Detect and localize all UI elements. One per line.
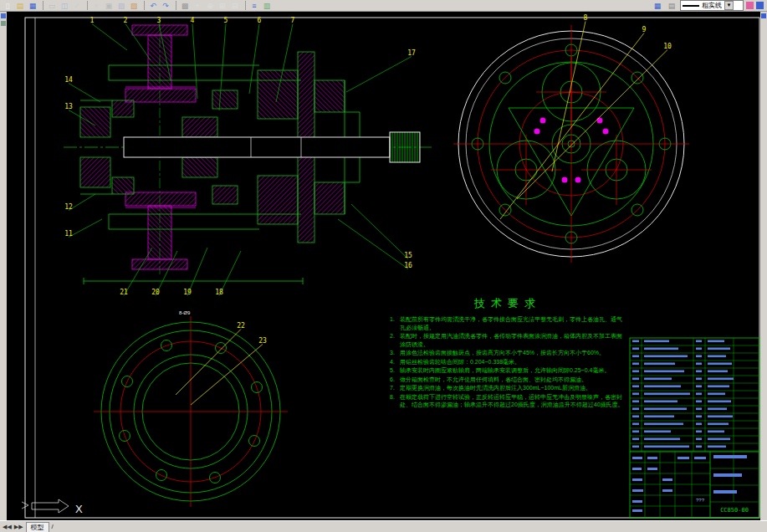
zoom-realtime-button[interactable]: ⊕ (204, 1, 216, 11)
chevron-down-icon[interactable]: ▼ (724, 1, 734, 10)
status-bar: ◀◀ ▶▶ 模型 / (0, 520, 767, 532)
undo-button[interactable]: ↶ (147, 1, 159, 11)
zoom-window-button[interactable]: ⊞ (217, 1, 228, 11)
part-number-label: 17 (407, 49, 416, 57)
drawing-number-text: CC850-00 (720, 507, 749, 514)
tab-separator: / (52, 523, 54, 530)
zoom-previous-button[interactable]: ⊟ (229, 1, 241, 11)
drawing-canvas[interactable]: 8-Ø9 (7, 12, 760, 520)
part-number-label: 9 (642, 26, 647, 33)
part-number-label: 22 (237, 322, 245, 330)
bom-rows (630, 340, 759, 452)
tech-requirements-title: 技术要求 (390, 296, 626, 311)
tech-requirement-item: 4.用铅丝检验齿轮啮合间隙：0.204~0.338毫米。 (390, 358, 626, 366)
part-number-label: 4 (191, 17, 195, 24)
leader-line (192, 24, 197, 100)
tech-requirement-item: 5.轴承安装时内圈应紧贴轴肩，两端轴承安装调整后，允许轴向间隙0.25~0.4毫… (390, 366, 626, 375)
toolbar-right-cluster: ▦ ▤ 粗实线 ▼ (652, 0, 765, 11)
technical-requirements: 技术要求 1.装配前所有零件均需清洗干净，各零件接合面应光洁平整无毛刺，零件上各… (390, 296, 626, 410)
part-number-label: 1 (90, 17, 95, 24)
toolbar-separator (242, 1, 246, 10)
leader-line (338, 219, 408, 269)
linetype-sample-icon (683, 5, 699, 7)
linetype-dropdown[interactable]: 粗实线 ▼ (680, 0, 744, 11)
leader-line (69, 84, 100, 103)
planetary-front-view (453, 25, 689, 263)
leader-line (351, 204, 408, 259)
part-number-label: 18 (215, 289, 223, 296)
toolbar-icons: ▯▤▦▭◫✓×▣▨▧↶↷▩+⊕⊞⊟≡▥ (2, 1, 273, 11)
new-file-button[interactable]: ▯ (2, 1, 13, 11)
match-properties-button[interactable]: ▧ (128, 1, 140, 11)
right-margin (760, 12, 767, 520)
leader-line (124, 248, 152, 296)
part-number-label: 16 (404, 262, 412, 269)
part-number-label: 15 (404, 252, 412, 259)
text-style-button[interactable] (746, 2, 754, 9)
tech-requirement-item: 2.装配时，按规定用汽油清洗各零件，各传动零件表面涂润滑油，箱体内腔及不加工表面… (390, 332, 626, 348)
cut-button[interactable]: × (90, 1, 102, 11)
part-number-label: 21 (120, 289, 128, 296)
open-file-button[interactable]: ▤ (14, 1, 26, 11)
copy-button[interactable]: ▣ (103, 1, 115, 11)
part-number-label: 5 (224, 17, 228, 24)
layers-button[interactable]: ≡ (248, 1, 260, 11)
planet-gear (491, 135, 561, 205)
main-toolbar: ▯▤▦▭◫✓×▣▨▧↶↷▩+⊕⊞⊟≡▥ ▦ ▤ 粗实线 ▼ (0, 0, 767, 12)
layer-states-button[interactable]: ▥ (261, 1, 273, 11)
tab-nav-back-icon[interactable]: ◀◀ (3, 524, 12, 530)
part-number-label: 20 (151, 289, 160, 296)
ucs-x-label: X (75, 503, 83, 515)
part-number-label: 10 (663, 43, 672, 50)
section-view (64, 20, 432, 284)
part-number-label: 12 (64, 203, 73, 211)
part-number-label: 2 (124, 17, 128, 24)
spell-check-button[interactable]: ✓ (71, 1, 83, 11)
part-number-label: 7 (291, 17, 295, 24)
leader-line (69, 219, 102, 238)
drawing-svg: 8-Ø9 (7, 12, 760, 520)
print-button[interactable]: ▭ (46, 1, 58, 11)
dimension-label: 8-Ø9 (179, 310, 191, 315)
leader-line (92, 24, 127, 51)
tech-requirement-item: 8.在额定载荷下进行空转试验，正反转运转应平稳，运转中应无冲击及明显噪声，各密封… (390, 393, 626, 409)
tab-model[interactable]: 模型 (26, 522, 49, 532)
part-number-label: 6 (258, 17, 262, 24)
mini-tool-icon[interactable] (1, 21, 6, 26)
tech-requirement-item: 6.做分箱面检查时，不允许使用任何填料，各结合面、密封处均不得漏油。 (390, 376, 626, 384)
part-number-label: 8 (584, 14, 588, 22)
cad-window: ▯▤▦▭◫✓×▣▨▧↶↷▩+⊕⊞⊟≡▥ ▦ ▤ 粗实线 ▼ (0, 0, 767, 532)
tab-nav-forward-icon[interactable]: ▶▶ (14, 524, 23, 530)
save-file-button[interactable]: ▦ (27, 1, 38, 11)
layer-control-button[interactable]: ▦ (652, 1, 663, 11)
redo-button[interactable]: ↷ (160, 1, 171, 11)
part-number-label: 14 (64, 76, 73, 84)
paste-button[interactable]: ▨ (115, 1, 127, 11)
leader-line (552, 22, 585, 172)
linetype-dropdown-value: 粗实线 (702, 1, 722, 10)
title-block: ??? CC850-00 (630, 338, 759, 518)
toolbar-separator (141, 1, 145, 10)
toolbar-separator (172, 1, 176, 10)
planet-gear (581, 135, 652, 205)
leader-line (346, 57, 412, 93)
properties-palette-button[interactable] (756, 2, 764, 9)
linetype-manager-button[interactable]: ▤ (666, 1, 678, 11)
tech-requirement-item: 1.装配前所有零件均需清洗干净，各零件接合面应光洁平整无毛刺，零件上各油孔、通气… (390, 315, 626, 331)
tech-requirement-item: 7.定期更换润滑油，每次换油时先清洗内腔后注入300mL~100mL新润滑油。 (390, 384, 626, 392)
left-margin (0, 12, 7, 520)
toolbar-separator (84, 1, 88, 10)
title-block-text-smudges (632, 455, 747, 512)
part-number-label: 11 (64, 230, 73, 238)
insert-block-button[interactable]: ▩ (179, 1, 191, 11)
pan-button[interactable]: + (192, 1, 203, 11)
mini-tool-icon[interactable] (1, 13, 6, 18)
tech-requirement-item: 3.用涂色法检验齿面接触斑点，按齿高方向不小于45%，按齿长方向不小于60%。 (390, 349, 626, 357)
tech-requirements-list: 1.装配前所有零件均需清洗干净，各零件接合面应光洁平整无毛刺，零件上各油孔、通气… (390, 315, 626, 409)
toolbar-separator (39, 1, 43, 10)
print-preview-button[interactable]: ◫ (59, 1, 70, 11)
part-number-label: 19 (183, 289, 192, 296)
scroll-top-icon[interactable] (761, 13, 766, 18)
leader-line (191, 345, 263, 406)
product-name-text: ??? (696, 498, 705, 503)
